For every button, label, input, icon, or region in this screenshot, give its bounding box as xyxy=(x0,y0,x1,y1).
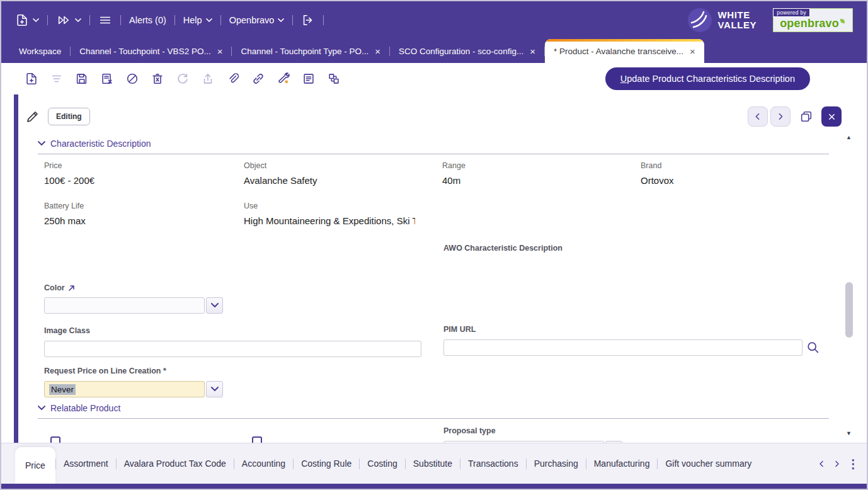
request-price-dropdown-button[interactable] xyxy=(206,381,223,397)
new-document-menu[interactable] xyxy=(15,13,39,27)
tab-label: SCO Configuration - sco-config... xyxy=(399,47,523,56)
subtab-price[interactable]: Price xyxy=(15,447,55,484)
subtab-costing-rule[interactable]: Costing Rule xyxy=(294,459,359,469)
subtab-label: Price xyxy=(25,460,45,470)
close-tab-icon[interactable]: × xyxy=(375,47,380,56)
refresh-button[interactable] xyxy=(175,71,190,86)
openbravo-menu[interactable]: Openbravo xyxy=(229,15,285,25)
help-menu[interactable]: Help xyxy=(183,15,212,25)
subtab-substitute[interactable]: Substitute xyxy=(406,459,460,469)
relatable-checkbox[interactable] xyxy=(50,436,60,443)
powered-by-label: powered by xyxy=(773,8,810,17)
logout-button[interactable] xyxy=(301,13,315,27)
tab-label: Workspace xyxy=(19,47,61,56)
eraser-icon xyxy=(50,72,64,86)
subtabs-scroll-left-button[interactable] xyxy=(817,459,826,469)
tab-product-active[interactable]: * Product - Avalanche transceive... × xyxy=(545,39,704,63)
field-color: Color xyxy=(44,283,223,314)
field-pim-url: PIM URL xyxy=(443,323,820,356)
field-label: Image Class xyxy=(44,326,90,335)
window-tabbar: Workspace Channel - Touchpoint - VBS2 PO… xyxy=(1,39,867,63)
tab-channel-touchpoint[interactable]: Channel - Touchpoint - VBS2 PO... × xyxy=(71,39,231,63)
new-document-icon xyxy=(15,13,29,27)
scrollbar-thumb[interactable] xyxy=(845,282,853,338)
next-record-button[interactable] xyxy=(770,106,791,127)
tab-channel-touchpoint-type[interactable]: Channel - Touchpoint Type - PO... × xyxy=(232,39,389,63)
link-out-icon[interactable] xyxy=(68,285,75,292)
field-label: Battery Life xyxy=(44,202,86,210)
subtabs-scroll-right-button[interactable] xyxy=(832,459,842,469)
close-view-button[interactable] xyxy=(821,106,842,127)
white-valley-logo-icon xyxy=(687,8,712,33)
section-title: Relatable Product xyxy=(50,403,120,413)
subtab-manufacturing[interactable]: Manufacturing xyxy=(586,459,658,469)
chevron-right-icon xyxy=(832,459,842,469)
proposal-type-dropdown-button[interactable] xyxy=(605,441,622,443)
revert-record-button[interactable] xyxy=(100,71,115,86)
share-icon xyxy=(201,72,215,86)
close-tab-icon[interactable]: × xyxy=(217,47,223,56)
field-value: Ortovox xyxy=(641,175,674,186)
color-input[interactable] xyxy=(44,297,205,314)
tab-workspace[interactable]: Workspace xyxy=(10,39,70,63)
export-button[interactable] xyxy=(200,71,215,86)
record-toolbar: Update Product Characteristics Descripti… xyxy=(1,63,867,94)
color-dropdown-button[interactable] xyxy=(206,297,223,314)
save-button[interactable] xyxy=(74,71,89,86)
openbravo-leaf-icon xyxy=(840,19,845,23)
main-menu-button[interactable] xyxy=(98,13,112,27)
proposal-type-input[interactable] xyxy=(443,441,604,443)
undo-changes-button[interactable] xyxy=(49,71,64,86)
quick-launch-menu[interactable] xyxy=(56,13,81,27)
subtabs-overflow-menu-icon[interactable]: ⋮ xyxy=(847,458,859,470)
search-icon[interactable] xyxy=(806,341,820,355)
section-characteristic-description[interactable]: Characteristic Description xyxy=(38,139,829,154)
attachments-button[interactable] xyxy=(226,71,241,86)
previous-record-button[interactable] xyxy=(748,106,768,127)
new-record-button[interactable] xyxy=(24,71,39,86)
divider xyxy=(47,15,48,25)
link-button[interactable] xyxy=(251,71,266,86)
field-label: Proposal type xyxy=(443,426,496,435)
scroll-down-icon[interactable]: ▼ xyxy=(846,431,852,436)
print-button[interactable] xyxy=(301,71,316,86)
section-relatable-product[interactable]: Relatable Product xyxy=(38,403,829,419)
field-label: Request Price on Line Creation * xyxy=(44,367,166,375)
subtab-transactions[interactable]: Transactions xyxy=(460,459,526,469)
restore-window-button[interactable] xyxy=(799,110,813,123)
subtab-accounting[interactable]: Accounting xyxy=(234,459,293,469)
subtab-purchasing[interactable]: Purchasing xyxy=(527,459,586,469)
image-class-input[interactable] xyxy=(44,341,421,357)
subtab-assortment[interactable]: Assortment xyxy=(56,459,116,469)
close-tab-icon[interactable]: × xyxy=(530,47,535,56)
section-title: Characteristic Description xyxy=(50,139,151,149)
field-label: Use xyxy=(244,202,415,210)
subtab-label: Costing Rule xyxy=(301,459,351,469)
close-tab-icon[interactable]: × xyxy=(690,47,695,56)
field-range: Range 40m xyxy=(442,161,465,186)
cancel-button[interactable] xyxy=(125,71,140,86)
app-window: Alerts (0) Help Openbravo xyxy=(0,0,868,490)
divider xyxy=(292,15,293,25)
subtab-label: Transactions xyxy=(468,459,518,469)
linked-items-button[interactable] xyxy=(326,71,341,86)
logo-line1: WHITE xyxy=(718,10,757,20)
request-price-input[interactable]: Never xyxy=(44,381,205,397)
relatable-checkbox-2[interactable] xyxy=(252,436,262,443)
alerts-link[interactable]: Alerts (0) xyxy=(129,15,166,25)
field-label: PIM URL xyxy=(443,325,476,334)
process-button[interactable] xyxy=(276,71,291,86)
subtab-costing[interactable]: Costing xyxy=(360,459,404,469)
delete-button[interactable] xyxy=(150,71,165,86)
active-record-accent-bar xyxy=(14,94,18,443)
paperclip-icon xyxy=(226,72,240,86)
subtab-gift-voucher-summary[interactable]: Gift voucher summary xyxy=(658,459,759,469)
scroll-up-icon[interactable]: ▲ xyxy=(846,135,852,140)
field-label: Color xyxy=(44,283,65,292)
subtab-avalara-product-tax-code[interactable]: Avalara Product Tax Code xyxy=(117,459,234,469)
subtab-label: Avalara Product Tax Code xyxy=(124,459,226,469)
pim-url-input[interactable] xyxy=(443,339,802,356)
tab-sco-configuration[interactable]: SCO Configuration - sco-config... × xyxy=(390,39,544,63)
update-product-characteristics-button[interactable]: Update Product Characteristics Descripti… xyxy=(605,67,810,90)
field-label: Price xyxy=(44,161,94,170)
